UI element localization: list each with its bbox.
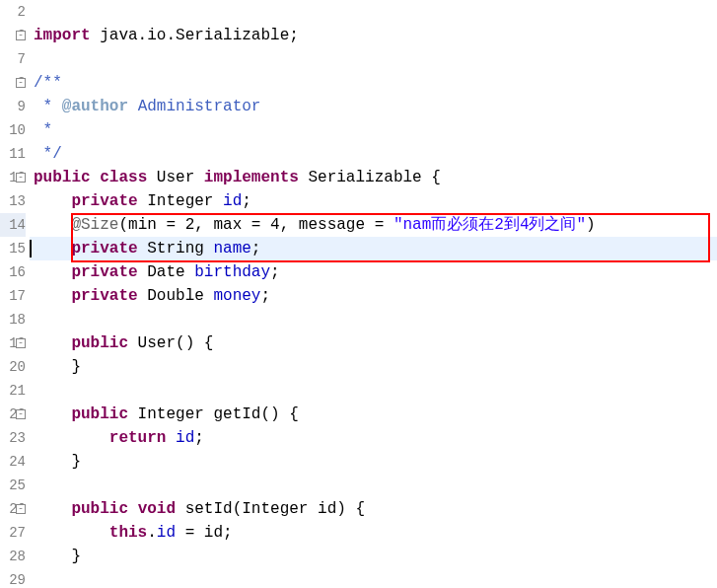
code-line[interactable]: - public void setId(Integer id) { [30, 497, 717, 521]
code-token [91, 169, 101, 186]
code-token: Integer [138, 192, 223, 210]
line-number: 16 [0, 260, 26, 284]
collapse-toggle-icon[interactable]: - [16, 31, 26, 40]
code-token [34, 263, 71, 281]
code-token: . [147, 524, 157, 542]
code-token: public [34, 169, 91, 186]
code-token [34, 287, 71, 305]
line-number: 25 [0, 474, 26, 497]
code-text-area[interactable]: -import java.io.Serializable; -/** * @au… [30, 0, 717, 588]
code-line[interactable]: - public User() { [30, 331, 717, 355]
code-line[interactable]: -/** [30, 71, 717, 95]
collapse-toggle-icon[interactable]: - [16, 504, 26, 514]
code-token: ) [586, 216, 596, 234]
line-number: 10 [0, 118, 26, 142]
code-token: private [71, 192, 137, 210]
line-number: 18 [0, 308, 26, 331]
code-line[interactable]: * [30, 118, 717, 142]
code-token: money [213, 287, 260, 305]
code-token: id [176, 429, 194, 447]
code-token: id [157, 524, 176, 542]
code-line[interactable]: private String name; [30, 237, 717, 260]
code-token: private [71, 287, 137, 305]
code-line[interactable] [30, 379, 717, 403]
text-cursor [30, 240, 32, 257]
collapse-toggle-icon[interactable]: - [16, 338, 26, 348]
code-token: /** [34, 74, 62, 92]
code-line[interactable] [30, 308, 717, 331]
code-token [34, 240, 71, 257]
code-line[interactable]: - public Integer getId() { [30, 403, 717, 426]
code-line[interactable]: } [30, 355, 717, 379]
code-token: import [34, 27, 91, 44]
code-token: public [71, 405, 128, 423]
code-token: * [34, 98, 62, 115]
line-number: 11 [0, 142, 26, 166]
code-token: public [71, 500, 128, 518]
code-line[interactable]: } [30, 545, 717, 568]
code-token: } [34, 358, 81, 376]
line-number: 7 [0, 47, 26, 71]
code-token: @author [62, 98, 128, 115]
code-line[interactable]: private Integer id; [30, 189, 717, 213]
line-number: 28 [0, 545, 26, 568]
code-token [34, 405, 71, 423]
code-token: private [71, 240, 137, 257]
code-token: * [34, 121, 52, 139]
line-number: 13 [0, 189, 26, 213]
code-line[interactable] [30, 474, 717, 497]
code-token: */ [34, 145, 62, 163]
code-token: String [138, 240, 214, 257]
code-token: name [213, 240, 251, 257]
code-line[interactable] [30, 568, 717, 588]
code-token: Administrator [128, 98, 260, 115]
code-line[interactable]: private Double money; [30, 284, 717, 308]
code-token: @Size [71, 216, 118, 234]
code-token [34, 524, 109, 542]
code-token: setId(Integer id) { [176, 500, 365, 518]
code-token: ; [260, 287, 270, 305]
line-number: 17 [0, 284, 26, 308]
line-number: 27 [0, 521, 26, 545]
code-line[interactable]: this.id = id; [30, 521, 717, 545]
line-number: 15 [0, 237, 26, 260]
code-token [34, 192, 71, 210]
collapse-toggle-icon[interactable]: - [16, 173, 26, 183]
code-line[interactable] [30, 0, 717, 24]
code-token: (min = 2, max = 4, message = [118, 216, 393, 234]
code-line[interactable]: -public class User implements Serializab… [30, 166, 717, 189]
collapse-toggle-icon[interactable]: - [16, 409, 26, 419]
code-line[interactable]: @Size(min = 2, max = 4, message = "nam而必… [30, 213, 717, 237]
code-token: Serializable { [299, 169, 441, 186]
code-editor[interactable]: 2378910111213141516171819202122232425262… [0, 0, 717, 588]
code-token: Date [138, 263, 195, 281]
line-number: 23 [0, 426, 26, 450]
code-line[interactable]: return id; [30, 426, 717, 450]
code-token: ; [194, 429, 204, 447]
code-token: ; [270, 263, 280, 281]
code-token [34, 334, 71, 352]
code-token: java.io.Serializable; [91, 27, 299, 44]
code-token: ; [242, 192, 251, 210]
line-number-gutter: 2378910111213141516171819202122232425262… [0, 0, 30, 588]
code-token: id [223, 192, 242, 210]
code-line[interactable]: private Date birthday; [30, 260, 717, 284]
code-token: = id; [176, 524, 233, 542]
code-line[interactable]: * @author Administrator [30, 95, 717, 118]
code-token: return [109, 429, 167, 447]
code-token: public [71, 334, 128, 352]
code-token: birthday [194, 263, 270, 281]
code-line[interactable]: */ [30, 142, 717, 166]
code-token: this [109, 524, 147, 542]
code-token [34, 500, 71, 518]
line-number: 2 [0, 0, 26, 24]
line-number: 21 [0, 379, 26, 403]
code-line[interactable] [30, 47, 717, 71]
code-token: implements [204, 169, 299, 186]
code-line[interactable]: -import java.io.Serializable; [30, 24, 717, 47]
code-token [34, 429, 109, 447]
line-number: 20 [0, 355, 26, 379]
line-number: 9 [0, 95, 26, 118]
collapse-toggle-icon[interactable]: - [16, 78, 26, 88]
code-line[interactable]: } [30, 450, 717, 474]
